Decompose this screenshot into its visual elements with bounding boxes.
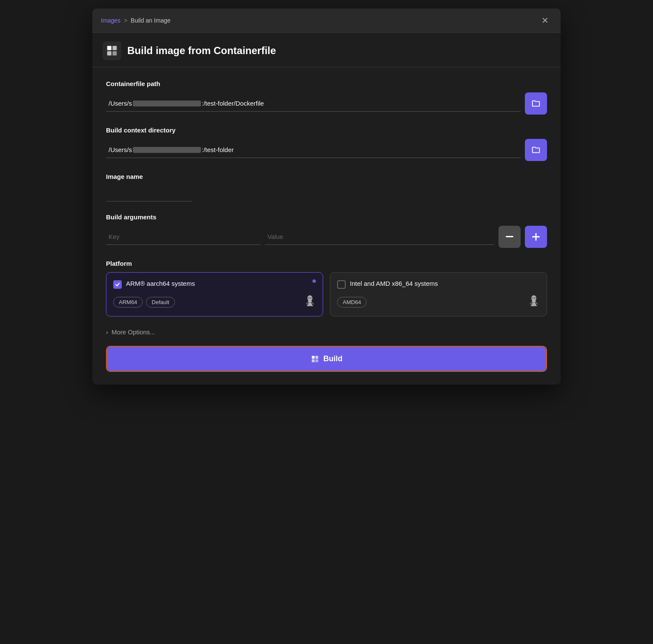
folder-icon: [531, 99, 541, 108]
build-context-row: /Users/s:/test-folder: [106, 139, 547, 161]
containerfile-path-display: /Users/s:/test-folder/Dockerfile: [106, 95, 521, 112]
path-suffix-2: :/test-folder: [202, 146, 234, 153]
svg-point-12: [533, 297, 533, 298]
build-arguments-label: Build arguments: [106, 213, 547, 221]
image-name-section: Image name my-custom-image: [106, 173, 547, 201]
amd64-arch-badge: AMD64: [337, 297, 367, 308]
build-button-wrapper: Build: [106, 346, 547, 372]
build-arg-value-input[interactable]: [265, 229, 494, 245]
platform-dot-arm64: [312, 279, 316, 283]
build-button-label: Build: [324, 354, 343, 363]
modal-header: Build image from Containerfile: [92, 33, 561, 67]
modal-title: Build image from Containerfile: [127, 45, 276, 57]
redacted-1: [133, 101, 201, 106]
breadcrumb: Images > Build an Image: [101, 17, 171, 24]
amd64-card-header: Intel and AMD x86_64 systems: [337, 279, 540, 289]
svg-rect-16: [315, 356, 318, 359]
containerfile-browse-button[interactable]: [525, 92, 547, 115]
folder-icon-2: [531, 145, 541, 155]
minus-icon: [506, 236, 513, 238]
check-icon: [115, 282, 120, 287]
image-name-label: Image name: [106, 173, 547, 180]
arm64-default-badge: Default: [146, 297, 175, 308]
modal-body: Containerfile path /Users/s:/test-folder…: [92, 67, 561, 385]
breadcrumb-images-link[interactable]: Images: [101, 17, 120, 24]
more-options-toggle[interactable]: › More Options...: [106, 328, 547, 336]
containerfile-path-row: /Users/s:/test-folder/Dockerfile: [106, 92, 547, 115]
amd64-platform-name: Intel and AMD x86_64 systems: [350, 279, 438, 288]
build-image-modal: Images > Build an Image ✕ Build image fr…: [92, 9, 561, 385]
more-options-label: More Options...: [112, 328, 155, 336]
svg-rect-15: [312, 356, 315, 359]
path-prefix-1: /Users/s: [109, 100, 132, 107]
svg-rect-2: [107, 51, 112, 55]
platform-card-arm64[interactable]: ARM® aarch64 systems ARM64 Default: [106, 272, 323, 316]
svg-rect-0: [107, 46, 112, 50]
platform-section: Platform ARM® aarch64 systems ARM: [106, 260, 547, 316]
svg-point-8: [309, 297, 309, 298]
build-context-path-display: /Users/s:/test-folder: [106, 142, 521, 158]
plus-icon: [532, 233, 540, 241]
arm64-checkbox[interactable]: [113, 280, 122, 289]
svg-rect-4: [506, 236, 513, 237]
amd64-checkbox[interactable]: [337, 280, 346, 289]
topbar: Images > Build an Image ✕: [92, 9, 561, 33]
arm64-card-header: ARM® aarch64 systems: [113, 279, 316, 289]
svg-point-14: [532, 300, 536, 303]
containerfile-path-section: Containerfile path /Users/s:/test-folder…: [106, 80, 547, 115]
build-arg-key-input[interactable]: [106, 229, 261, 245]
amd64-linux-icon: [528, 295, 540, 309]
arm64-card-footer: ARM64 Default: [113, 295, 316, 309]
svg-rect-6: [532, 236, 540, 238]
build-context-label: Build context directory: [106, 126, 547, 134]
platform-label: Platform: [106, 260, 547, 267]
redacted-2: [133, 147, 201, 153]
svg-point-13: [534, 297, 535, 298]
amd64-card-footer: AMD64: [337, 295, 540, 309]
breadcrumb-current: Build an Image: [131, 17, 170, 24]
arm64-platform-name: ARM® aarch64 systems: [126, 279, 195, 288]
build-arguments-section: Build arguments: [106, 213, 547, 248]
build-context-browse-button[interactable]: [525, 139, 547, 161]
platform-card-amd64[interactable]: Intel and AMD x86_64 systems AMD64: [330, 272, 547, 316]
path-suffix-1: :/test-folder/Dockerfile: [202, 100, 264, 107]
add-arg-button[interactable]: [525, 226, 547, 248]
header-icon: [103, 41, 121, 60]
svg-rect-17: [312, 359, 315, 362]
arm64-arch-badge: ARM64: [113, 297, 143, 308]
remove-arg-button[interactable]: [498, 226, 521, 248]
build-args-row: [106, 226, 547, 248]
path-prefix-2: /Users/s: [109, 146, 132, 153]
platform-grid: ARM® aarch64 systems ARM64 Default: [106, 272, 547, 316]
build-button[interactable]: Build: [107, 347, 546, 371]
arm64-linux-icon: [304, 295, 316, 309]
svg-rect-1: [112, 46, 117, 50]
svg-rect-18: [315, 359, 318, 362]
containerfile-path-label: Containerfile path: [106, 80, 547, 87]
build-icon: [311, 355, 319, 363]
breadcrumb-separator: >: [124, 17, 127, 24]
build-context-section: Build context directory /Users/s:/test-f…: [106, 126, 547, 161]
svg-point-9: [310, 297, 311, 298]
svg-rect-3: [112, 51, 117, 55]
image-name-input[interactable]: my-custom-image: [106, 185, 192, 201]
close-button[interactable]: ✕: [538, 14, 552, 26]
more-options-chevron: ›: [106, 328, 108, 336]
svg-point-10: [308, 300, 312, 303]
